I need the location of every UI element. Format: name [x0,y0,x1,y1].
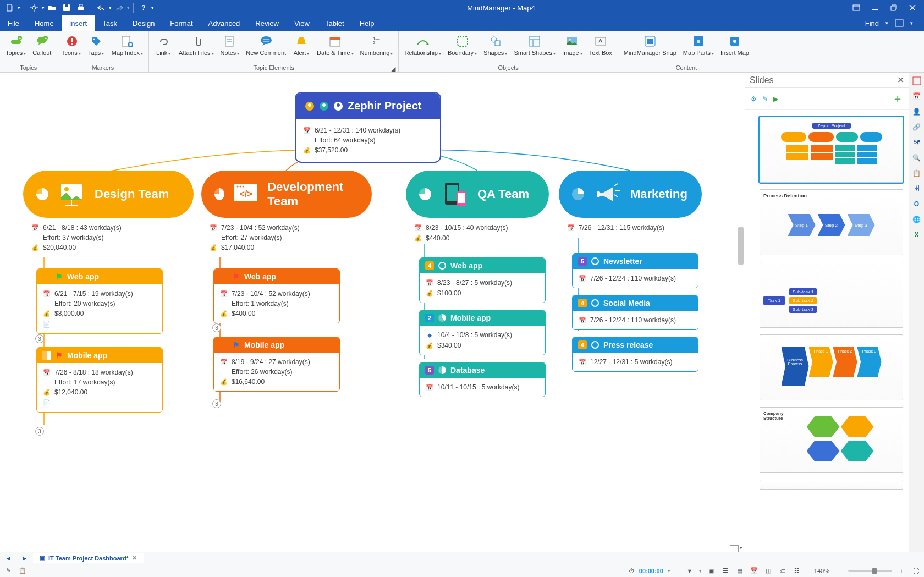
rail-excel-button[interactable]: X [911,229,923,241]
find-options-dropdown[interactable]: ▾ [886,20,888,26]
ribbon-smart-shapes[interactable]: Smart Shapes [512,33,558,58]
close-button[interactable] [904,2,921,14]
child-count[interactable]: 3 [212,399,221,408]
ribbon-display-button[interactable] [848,2,865,14]
menu-file[interactable]: File [0,15,27,31]
toolbar-extra-button[interactable] [895,19,904,27]
restore-button[interactable] [886,2,902,14]
settings-gear-button[interactable] [28,2,41,14]
menu-review[interactable]: Review [248,15,287,31]
menu-view[interactable]: View [287,15,317,31]
menu-advanced[interactable]: Advanced [201,15,248,31]
view-outline-button[interactable]: ☰ [721,566,730,576]
ribbon-map-index[interactable]: Map Index [109,33,145,58]
ribbon-boundary[interactable]: Boundary [446,33,479,58]
slide-thumb-1[interactable]: Zephir Project [760,117,903,183]
child-count[interactable]: 3 [212,323,221,332]
open-button[interactable] [46,2,59,14]
ribbon-icons[interactable]: Icons [61,33,82,58]
view-schedule-button[interactable]: 📅 [749,566,759,576]
tabs-scroll-right[interactable]: ► [16,555,33,562]
team-design[interactable]: Design Team 📅6/21 - 8/18 : 43 workday(s)… [23,171,194,254]
ribbon-new-comment[interactable]: New Comment [244,33,288,57]
menu-help[interactable]: Help [352,15,382,31]
rail-web-button[interactable]: 🌐 [911,213,923,226]
dialog-launcher-icon[interactable]: ◢ [391,65,396,71]
subtask-qa-database[interactable]: 5Database 📅10/11 - 10/15 : 5 workday(s) [419,362,546,397]
subtask-design-mobile[interactable]: ⚑Mobile app 📅7/26 - 8/18 : 18 workday(s)… [36,347,163,413]
help-button[interactable]: ? [137,2,150,14]
rail-calendar-button[interactable]: 📅 [911,90,923,102]
timer-dropdown[interactable]: ▾ [668,568,670,574]
subtask-dev-webapp[interactable]: ⚑Web app 📅7/23 - 10/4 : 52 workday(s) Ef… [213,268,340,323]
tab-close-button[interactable]: ✕ [132,554,137,562]
subtask-mkt-newsletter[interactable]: 5Newsletter 📅7/26 - 12/24 : 110 workday(… [572,253,698,288]
menu-home[interactable]: Home [27,15,62,31]
view-other-button[interactable]: ☷ [792,566,802,576]
ribbon-shapes[interactable]: Shapes [481,33,509,58]
subtask-qa-webapp[interactable]: 4Web app 📅8/23 - 8/27 : 5 workday(s) 💰$1… [419,257,546,303]
rail-search-button[interactable]: 🔍 [911,152,923,164]
subtask-mkt-press[interactable]: 4Press release 📅12/27 - 12/31 : 5 workda… [572,337,698,372]
rail-database-button[interactable]: 🗄 [911,183,923,195]
child-count[interactable]: 3 [35,427,44,436]
close-panel-button[interactable]: ✕ [897,75,904,85]
find-label[interactable]: Find [865,19,879,28]
child-count[interactable]: 3 [35,334,44,343]
ribbon-notes[interactable]: Notes [218,33,242,58]
ribbon-snap[interactable]: MindManager Snap [622,33,679,57]
rail-outlook-button[interactable]: O [911,198,923,210]
filter-button[interactable]: ▼ [685,566,695,576]
menu-design[interactable]: Design [125,15,162,31]
menu-insert[interactable]: Insert [62,15,95,31]
zoom-out-button[interactable]: − [834,566,844,576]
ribbon-text-box[interactable]: AText Box [587,33,614,57]
ribbon-link[interactable]: Link [152,33,174,58]
subtask-qa-mobile[interactable]: 2Mobile app ◆10/4 - 10/8 : 5 workday(s) … [419,310,546,355]
ribbon-alert[interactable]: Alert [290,33,312,58]
zoom-in-button[interactable]: + [897,566,906,576]
ribbon-relationship[interactable]: Relationship [402,33,443,58]
slide-thumb-6[interactable] [760,480,903,490]
slide-thumb-5[interactable]: Company Structure [760,407,903,473]
redo-button[interactable] [113,2,126,14]
ribbon-attach-files[interactable]: Attach Files [177,33,216,58]
slide-play-button[interactable]: ▶ [773,95,778,103]
ribbon-callout[interactable]: +Callout [30,33,53,57]
view-tag-button[interactable]: 🏷 [778,566,788,576]
subtask-dev-mobile[interactable]: ⚑Mobile app 📅8/19 - 9/24 : 27 workday(s)… [213,337,340,392]
ribbon-topics[interactable]: +Topics [3,33,28,58]
rail-link-button[interactable]: 🔗 [911,121,923,133]
save-button[interactable] [60,2,73,14]
slide-settings-button[interactable]: ⚙ [751,95,757,103]
ribbon-date-time[interactable]: Date & Time [315,33,356,58]
slide-thumb-2[interactable]: Process Definition Step 1 Step 2 Step 3 [760,189,903,255]
print-button[interactable] [74,2,87,14]
status-pencil-button[interactable]: ✎ [3,566,13,576]
slide-edit-button[interactable]: ✎ [762,95,768,103]
document-tab[interactable]: ▣ IT Team Project Dashboard* ✕ [33,553,144,563]
ribbon-numbering[interactable]: 1—2—Numbering [358,33,395,58]
view-gantt-button[interactable]: ▤ [735,566,745,576]
minimize-button[interactable] [867,2,883,14]
menu-format[interactable]: Format [162,15,200,31]
vertical-scrollbar-thumb[interactable] [738,227,744,265]
new-file-button[interactable] [3,2,16,14]
menu-task[interactable]: Task [95,15,125,31]
ribbon-insert-map[interactable]: Insert Map [718,33,751,57]
tabs-scroll-left[interactable]: ◄ [0,555,16,562]
zoom-slider[interactable] [848,570,892,572]
team-development[interactable]: </> Development Team 📅7/23 - 10/4 : 52 w… [201,171,372,254]
add-slide-button[interactable]: ＋ [892,91,903,106]
ribbon-map-parts[interactable]: ≡Map Parts [681,33,716,58]
subtask-mkt-social[interactable]: 4Social Media 📅7/26 - 12/24 : 110 workda… [572,295,698,330]
subtask-design-webapp[interactable]: ⚑Web app 📅6/21 - 7/15 : 19 workday(s) Ef… [36,268,163,334]
view-map-button[interactable]: ▣ [706,566,716,576]
ribbon-image[interactable]: Image [560,33,585,58]
root-node[interactable]: Zephir Project 📅6/21 - 12/31 : 140 workd… [295,92,441,163]
ribbon-tags[interactable]: Tags [85,33,107,58]
menu-tablet[interactable]: Tablet [317,15,352,31]
undo-button[interactable] [95,2,108,14]
slide-thumb-3[interactable]: Task 1 Sub-task 1 Sub-task 2 Sub-task 3 [760,262,903,328]
status-clipboard-button[interactable]: 📋 [18,566,28,576]
